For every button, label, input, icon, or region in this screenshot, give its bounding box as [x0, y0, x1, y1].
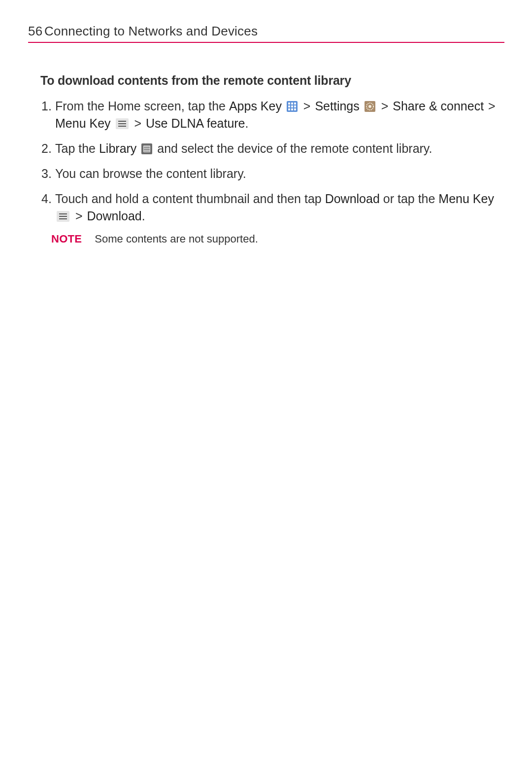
step-number: 2. — [41, 140, 52, 157]
note-block: NOTE Some contents are not supported. — [40, 233, 498, 245]
step-text: . — [142, 209, 145, 223]
download-label: Download — [325, 192, 380, 206]
menu-hamburger-icon — [116, 118, 129, 129]
page-number: 56 — [28, 24, 42, 39]
svg-rect-5 — [294, 105, 296, 107]
section-heading: To download contents from the remote con… — [40, 73, 498, 88]
chapter-title: Connecting to Networks and Devices — [44, 24, 258, 39]
step-text: . — [245, 116, 249, 130]
svg-rect-1 — [291, 103, 293, 104]
library-icon — [141, 143, 152, 154]
note-label: NOTE — [51, 233, 82, 245]
svg-rect-8 — [294, 108, 296, 110]
step-text: You can browse the content library. — [55, 167, 246, 180]
step-text: or tap the — [380, 192, 439, 206]
apps-grid-icon — [287, 101, 298, 112]
instruction-step: 4. Touch and hold a content thumbnail an… — [40, 190, 498, 225]
step-text: From the Home screen, tap the — [55, 99, 229, 113]
menu-hamburger-icon — [57, 211, 69, 222]
step-number: 4. — [41, 190, 52, 208]
manual-page: 56 Connecting to Networks and Devices To… — [0, 0, 532, 765]
breadcrumb-separator: > — [381, 98, 389, 115]
breadcrumb-separator: > — [303, 98, 311, 115]
breadcrumb-separator: > — [134, 115, 141, 132]
breadcrumb-separator: > — [75, 208, 83, 225]
page-header: 56 Connecting to Networks and Devices — [28, 22, 504, 43]
svg-rect-6 — [288, 108, 290, 110]
instruction-step: 2. Tap the Library and select the device… — [40, 140, 498, 157]
download-label: Download — [87, 209, 142, 223]
menu-key-label: Menu Key — [438, 192, 494, 206]
step-number: 3. — [41, 165, 52, 182]
svg-rect-2 — [294, 103, 296, 104]
settings-label: Settings — [315, 99, 359, 113]
share-connect-label: Share & connect — [393, 99, 484, 113]
breadcrumb-separator: > — [488, 98, 496, 115]
step-text: and select the device of the remote cont… — [154, 141, 432, 155]
instruction-step: 1. From the Home screen, tap the Apps Ke… — [40, 98, 498, 132]
menu-key-label: Menu Key — [55, 116, 111, 130]
note-text: Some contents are not supported. — [95, 233, 258, 245]
page-content: To download contents from the remote con… — [40, 73, 498, 245]
instruction-list: 1. From the Home screen, tap the Apps Ke… — [40, 98, 498, 225]
svg-rect-7 — [291, 108, 293, 110]
use-dlna-label: Use DLNA feature — [146, 116, 245, 130]
svg-rect-0 — [288, 103, 290, 104]
apps-key-label: Apps Key — [229, 99, 282, 113]
svg-rect-3 — [288, 105, 290, 107]
step-text: Touch and hold a content thumbnail and t… — [55, 192, 325, 206]
step-number: 1. — [41, 98, 52, 115]
svg-rect-4 — [291, 105, 293, 107]
svg-point-10 — [368, 105, 371, 108]
instruction-step: 3. You can browse the content library. — [40, 165, 498, 182]
settings-gear-icon — [365, 101, 375, 112]
step-text: Tap the — [55, 141, 99, 155]
library-label: Library — [99, 141, 136, 155]
